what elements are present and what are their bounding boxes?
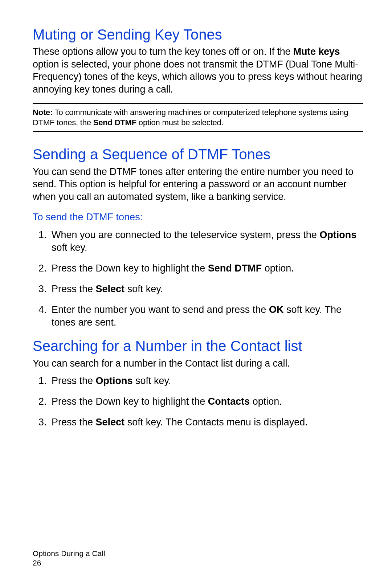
bold-options: Options — [319, 229, 356, 240]
text: Press the — [52, 375, 96, 386]
page-footer: Options During a Call 26 — [33, 549, 105, 568]
note-label: Note: — [33, 108, 53, 117]
list-item: Enter the number you want to send and pr… — [49, 303, 363, 329]
bold-select: Select — [96, 283, 125, 294]
text: soft key. — [52, 242, 87, 253]
text: option must be selected. — [136, 118, 224, 127]
text: Press the Down key to highlight the — [52, 396, 208, 407]
footer-page-number: 26 — [33, 558, 105, 568]
note-text: Note: To communicate with answering mach… — [33, 107, 363, 127]
bold-contacts: Contacts — [208, 396, 250, 407]
list-item: Press the Select soft key. — [49, 283, 363, 295]
footer-section-name: Options During a Call — [33, 549, 105, 558]
text: When you are connected to the teleservic… — [52, 229, 319, 240]
para-muting-key-tones: These options allow you to turn the key … — [33, 45, 363, 95]
list-item: Press the Options soft key. — [49, 375, 363, 387]
list-item: Press the Down key to highlight the Send… — [49, 262, 363, 275]
bold-ok: OK — [269, 304, 284, 315]
list-item: When you are connected to the teleservic… — [49, 229, 363, 254]
bold-send-dtmf: Send DTMF — [93, 118, 136, 127]
text: These options allow you to turn the key … — [33, 46, 293, 57]
para-searching-contact-list: You can search for a number in the Conta… — [33, 357, 363, 370]
text: option. — [262, 263, 294, 274]
list-item: Press the Select soft key. The Contacts … — [49, 416, 363, 429]
heading-sending-dtmf-sequence: Sending a Sequence of DTMF Tones — [33, 145, 363, 164]
bold-options: Options — [96, 375, 133, 386]
text: Enter the number you want to send and pr… — [52, 304, 269, 315]
heading-searching-contact-list: Searching for a Number in the Contact li… — [33, 337, 363, 355]
text: Press the — [52, 417, 96, 428]
manual-page: Muting or Sending Key Tones These option… — [0, 0, 392, 588]
heading-muting-key-tones: Muting or Sending Key Tones — [33, 25, 363, 44]
text: option. — [250, 396, 282, 407]
list-item: Press the Down key to highlight the Cont… — [49, 395, 363, 408]
text: soft key. — [124, 283, 163, 294]
steps-search-contact: Press the Options soft key. Press the Do… — [33, 375, 363, 429]
subhead-to-send-dtmf: To send the DTMF tones: — [33, 211, 363, 224]
text: soft key. The Contacts menu is displayed… — [124, 417, 308, 428]
note-box: Note: To communicate with answering mach… — [33, 103, 363, 132]
bold-send-dtmf: Send DTMF — [208, 263, 262, 274]
bold-select: Select — [96, 417, 125, 428]
text: Press the Down key to highlight the — [52, 263, 208, 274]
bold-mute-keys: Mute keys — [293, 46, 340, 57]
para-sending-dtmf-sequence: You can send the DTMF tones after enteri… — [33, 166, 363, 203]
steps-send-dtmf: When you are connected to the teleservic… — [33, 229, 363, 329]
text: option is selected, your phone does not … — [33, 59, 362, 95]
text: soft key. — [133, 375, 171, 386]
text: Press the — [52, 283, 96, 294]
